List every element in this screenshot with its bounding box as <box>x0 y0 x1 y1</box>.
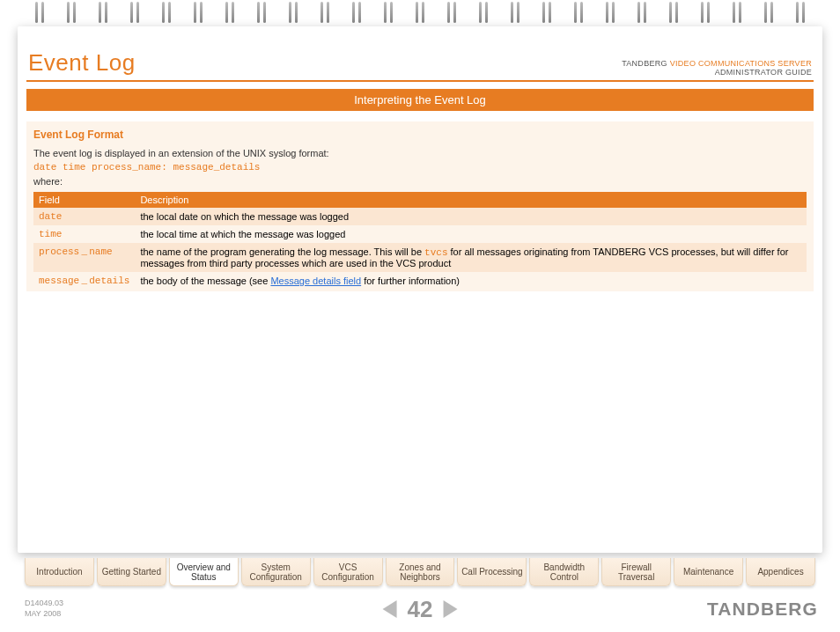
where-text: where: <box>33 176 807 187</box>
header-brand: TANDBERG <box>622 59 667 68</box>
page-number: 42 <box>408 596 433 623</box>
tab-getting-started[interactable]: Getting Started <box>97 558 166 586</box>
table-row: datethe local date on which the message … <box>33 208 807 225</box>
fields-table: Field Description datethe local date on … <box>33 192 807 290</box>
table-row: process _ namethe name of the program ge… <box>33 243 807 272</box>
intro-text: The event log is displayed in an extensi… <box>33 148 807 158</box>
title-rule <box>26 80 814 82</box>
field-name-cell: time <box>33 225 135 243</box>
tab-bandwidth-control[interactable]: Bandwidth Control <box>529 558 599 586</box>
tab-system-configuration[interactable]: System Configuration <box>241 558 311 586</box>
footer-logo: TANDBERG <box>707 599 818 620</box>
header-meta: TANDBERG VIDEO COMMUNICATIONS SERVER ADM… <box>622 59 812 77</box>
prev-page-arrow-icon[interactable] <box>383 600 397 618</box>
sub-title: Event Log Format <box>33 129 807 141</box>
tab-firewall-traversal[interactable]: Firewall Traversal <box>601 558 671 586</box>
doc-link[interactable]: Message details field <box>270 276 361 286</box>
mono-inline: tvcs <box>424 247 447 258</box>
table-row: message _ detailsthe body of the message… <box>33 272 807 290</box>
th-description: Description <box>135 192 807 208</box>
field-desc-cell: the body of the message (see Message det… <box>135 272 807 290</box>
content-box: Event Log Format The event log is displa… <box>26 121 814 291</box>
tab-call-processing[interactable]: Call Processing <box>457 558 527 586</box>
tab-bar: IntroductionGetting StartedOverview and … <box>25 558 815 586</box>
pager: 42 <box>383 596 458 623</box>
tab-introduction[interactable]: Introduction <box>25 558 94 586</box>
format-line: date time process_name: message_details <box>33 162 807 173</box>
field-desc-cell: the local date on which the message was … <box>135 208 807 225</box>
page-title: Event Log <box>28 49 136 77</box>
section-bar: Interpreting the Event Log <box>26 89 814 111</box>
field-desc-cell: the local time at which the message was … <box>135 225 807 243</box>
doc-id: D14049.03 MAY 2008 <box>25 599 63 619</box>
tab-maintenance[interactable]: Maintenance <box>674 558 743 586</box>
tab-appendices[interactable]: Appendices <box>746 558 815 586</box>
field-name-cell: date <box>33 208 135 225</box>
table-row: timethe local time at which the message … <box>33 225 807 243</box>
next-page-arrow-icon[interactable] <box>443 600 457 618</box>
tab-zones-and-neighbors[interactable]: Zones and Neighbors <box>386 558 455 586</box>
field-name-cell: process _ name <box>33 243 135 272</box>
page-sheet: Event Log TANDBERG VIDEO COMMUNICATIONS … <box>18 26 822 553</box>
footer: D14049.03 MAY 2008 42 TANDBERG <box>25 593 815 625</box>
field-desc-cell: the name of the program generating the l… <box>135 243 807 272</box>
field-name-cell: message _ details <box>33 272 135 290</box>
header-subtitle: ADMINISTRATOR GUIDE <box>715 68 812 77</box>
tab-overview-and-status[interactable]: Overview and Status <box>169 558 239 586</box>
header-product: VIDEO COMMUNICATIONS SERVER <box>670 59 812 68</box>
tab-vcs-configuration[interactable]: VCS Configuration <box>313 558 383 586</box>
th-field: Field <box>33 192 135 208</box>
